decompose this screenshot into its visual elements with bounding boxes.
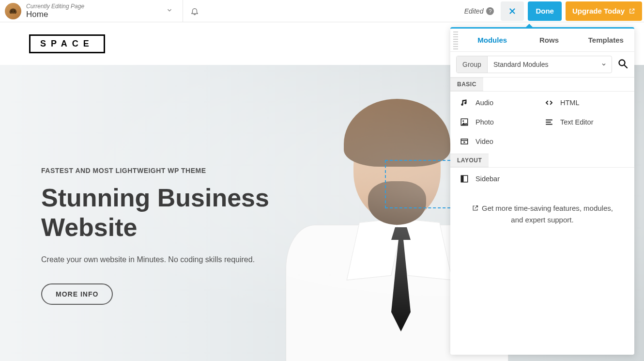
drop-target-guide xyxy=(385,160,450,208)
chevron-down-icon xyxy=(596,56,612,73)
code-icon xyxy=(545,98,553,107)
editor-topbar: Currently Editing Page Home Edited ? Don… xyxy=(0,0,644,22)
group-select[interactable]: Group Standard Modules xyxy=(456,56,612,73)
module-text-editor[interactable]: Text Editor xyxy=(545,118,625,126)
svg-rect-5 xyxy=(461,139,468,144)
panel-tabs: Modules Rows Templates xyxy=(450,29,634,52)
help-icon[interactable]: ? xyxy=(486,7,494,15)
module-grid-layout: Sidebar xyxy=(450,168,634,191)
builder-logo-icon xyxy=(5,3,21,19)
hero-subcopy[interactable]: Create your own website in Minutes. No c… xyxy=(41,255,351,264)
tab-templates[interactable]: Templates xyxy=(578,36,634,44)
module-audio[interactable]: Audio xyxy=(460,98,540,107)
module-label: Video xyxy=(475,138,493,145)
group-label: Group xyxy=(457,56,488,73)
module-video[interactable]: Video xyxy=(460,137,540,146)
modules-panel: Modules Rows Templates Group Standard Mo… xyxy=(450,27,634,355)
module-grid-basic: Audio HTML Photo Text Editor Video xyxy=(450,92,634,154)
upgrade-button[interactable]: Upgrade Today xyxy=(566,1,642,21)
module-label: Audio xyxy=(475,99,493,107)
module-label: HTML xyxy=(560,99,579,107)
photo-icon xyxy=(460,118,469,126)
chevron-down-icon xyxy=(166,7,173,15)
notifications-button[interactable] xyxy=(183,0,206,22)
upgrade-label: Upgrade Today xyxy=(572,7,625,15)
tab-rows[interactable]: Rows xyxy=(521,36,577,44)
svg-point-4 xyxy=(462,120,464,122)
tab-modules[interactable]: Modules xyxy=(464,36,521,44)
panel-caret xyxy=(525,24,533,28)
close-icon xyxy=(508,7,517,16)
page-name: Home xyxy=(26,10,161,19)
module-html[interactable]: HTML xyxy=(545,98,625,107)
external-link-icon xyxy=(629,8,635,15)
module-sidebar[interactable]: Sidebar xyxy=(460,174,540,183)
upsell-text: Get more time-saving features, modules, … xyxy=(482,204,613,224)
editing-label: Currently Editing Page xyxy=(26,3,161,10)
hero-cta-button[interactable]: MORE INFO xyxy=(41,283,113,305)
panel-drag-handle[interactable] xyxy=(453,31,458,50)
search-icon xyxy=(617,58,629,69)
sidebar-icon xyxy=(460,174,469,183)
hero-eyebrow[interactable]: FASTEST AND MOST LIGHTWEIGHT WP THEME xyxy=(41,167,351,174)
page-title-dropdown[interactable]: Currently Editing Page Home xyxy=(0,0,183,22)
audio-icon xyxy=(460,98,469,107)
section-header-layout: LAYOUT xyxy=(450,154,489,167)
module-label: Photo xyxy=(475,118,494,126)
module-label: Text Editor xyxy=(560,118,594,126)
video-icon xyxy=(460,137,469,146)
text-icon xyxy=(545,118,553,126)
done-button[interactable]: Done xyxy=(528,1,562,21)
upsell-link[interactable]: Get more time-saving features, modules, … xyxy=(450,191,634,237)
module-photo[interactable]: Photo xyxy=(460,118,540,126)
module-label: Sidebar xyxy=(475,175,500,183)
close-panel-button[interactable] xyxy=(501,1,524,21)
svg-point-0 xyxy=(11,10,12,11)
hero-copy: FASTEST AND MOST LIGHTWEIGHT WP THEME St… xyxy=(41,167,351,305)
group-value: Standard Modules xyxy=(488,56,596,73)
svg-point-1 xyxy=(14,10,15,11)
search-button[interactable] xyxy=(617,58,629,71)
svg-rect-7 xyxy=(461,175,463,182)
hero-headline[interactable]: Stunning Business Website xyxy=(41,183,351,243)
group-filter-row: Group Standard Modules xyxy=(450,52,634,78)
site-logo[interactable]: SPACE xyxy=(29,34,105,53)
external-link-icon xyxy=(472,204,479,212)
section-header-basic: BASIC xyxy=(450,78,483,91)
edited-status: Edited ? xyxy=(464,7,494,15)
bell-icon xyxy=(190,7,199,16)
